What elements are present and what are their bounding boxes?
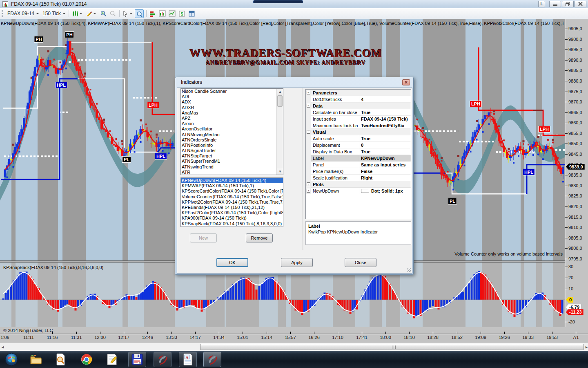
indicator-list-item[interactable]: ADL <box>181 94 283 99</box>
chrome-icon[interactable] <box>78 352 96 367</box>
notepad-icon[interactable] <box>103 352 121 367</box>
indicator-list-item[interactable]: ATNMovingMedian <box>181 132 283 137</box>
collapse-icon[interactable]: − <box>307 130 310 134</box>
property-row[interactable]: Auto scaleTrue <box>306 135 411 142</box>
indicator-list-item[interactable]: APZ <box>181 116 283 121</box>
property-value[interactable]: FDAX 09-14 (150 Tick) <box>359 116 411 122</box>
dialog-close-action-button[interactable]: Close <box>345 258 376 267</box>
property-row[interactable]: DotOffsetTicks4 <box>306 96 411 103</box>
applied-indicator-item[interactable]: KPA900(FDAX 09-14 (150 Tick)) <box>181 215 283 221</box>
indicator-list-item[interactable]: Aroon <box>181 121 283 126</box>
property-value[interactable]: True <box>359 109 411 116</box>
applied-indicator-item[interactable]: KPNewUpDown(FDAX 09-14 (150 Tick),4) <box>181 178 283 183</box>
applied-indicator-item[interactable]: KPSnapBack(FDAX 09-14 (150 Tick),8,16,3,… <box>181 221 283 227</box>
property-category-row[interactable]: −Data <box>306 103 411 109</box>
ninjatrader-active-icon[interactable] <box>203 352 221 367</box>
applied-indicator-item[interactable]: KPPivot2Color(FDAX 09-14 (150 Tick),True… <box>181 200 283 205</box>
scroll-right-arrow[interactable]: ► <box>585 345 588 349</box>
property-row[interactable]: Displacement0 <box>306 142 411 148</box>
property-row[interactable]: Price marker(s)False <box>306 168 411 175</box>
property-category-row[interactable]: −Plots <box>306 181 411 188</box>
chart-window-button[interactable] <box>158 9 167 18</box>
market-analyzer-button[interactable] <box>148 9 157 18</box>
ninjatrader-icon[interactable] <box>154 352 172 367</box>
dialog-splitter[interactable] <box>302 88 303 250</box>
indicator-list-item[interactable]: ATNSuperTrendM1 <box>181 159 283 164</box>
property-row[interactable]: Scale justificationRight <box>306 175 411 181</box>
property-value[interactable]: Dot; Solid; 1px <box>359 188 411 194</box>
minimize-button[interactable] <box>549 1 561 7</box>
indicator-list-item[interactable]: ATNswingTrend <box>181 164 283 170</box>
indicator-list-item[interactable]: ATNOrdersSingle <box>181 137 283 143</box>
property-value[interactable]: Same as input series <box>359 162 411 168</box>
applied-indicator-item[interactable]: KPScoreCardColor(FDAX 09-14 (150 Tick),C… <box>181 188 283 194</box>
cursor-tool-button[interactable] <box>121 9 133 18</box>
expand-icon[interactable]: + <box>307 189 310 193</box>
indicator-list-item[interactable]: ATNStopTarget <box>181 153 283 159</box>
property-row[interactable]: LabelKPNewUpDown <box>306 155 411 162</box>
property-category-row[interactable]: −Parameters <box>306 90 411 96</box>
indicator-list-item[interactable]: ATR <box>181 170 283 175</box>
property-row[interactable]: Display in Data BoxTrue <box>306 148 411 155</box>
scroll-left-arrow[interactable]: ◄ <box>1 345 4 349</box>
wordpad-document-icon[interactable]: A <box>179 352 197 367</box>
dialog-resize-grip[interactable] <box>407 268 411 272</box>
applied-indicator-item[interactable]: KPMWAP(FDAX 09-14 (150 Tick),1) <box>181 183 283 188</box>
drawing-tools-button[interactable] <box>85 9 97 18</box>
list-scrollbar-thumb[interactable] <box>277 95 283 107</box>
scrollbar-thumb[interactable] <box>200 344 584 350</box>
remove-button[interactable]: Remove <box>246 233 273 242</box>
toolbar-grip[interactable] <box>2 10 3 17</box>
scroll-down-arrow[interactable]: ▼ <box>277 168 283 175</box>
scroll-up-arrow[interactable]: ▲ <box>277 89 283 95</box>
collapse-icon[interactable]: − <box>307 91 310 94</box>
interval-dropdown[interactable]: 150 Tick <box>40 10 67 18</box>
indicator-list-item[interactable]: ATNSignalTrader <box>181 148 283 153</box>
dialog-close-button[interactable]: ✕ <box>402 79 410 85</box>
property-value[interactable]: TwoHundredFiftySix <box>359 122 411 129</box>
property-row[interactable]: Maximum bars look baTwoHundredFiftySix <box>306 122 411 129</box>
indicator-list-item[interactable]: ADX <box>181 99 283 105</box>
indicator-list-item[interactable]: AnaMas <box>181 110 283 116</box>
property-row[interactable]: Calculate on bar closeTrue <box>306 109 411 116</box>
property-value[interactable]: KPNewUpDown <box>359 155 411 162</box>
applied-indicators-list[interactable]: KPNewUpDown(FDAX 09-14 (150 Tick),4)KPMW… <box>180 177 283 227</box>
properties-grid[interactable]: −ParametersDotOffsetTicks4−DataCalculate… <box>305 89 411 219</box>
indicator-list-item[interactable]: ATNPostionInfo <box>181 143 283 148</box>
property-value[interactable]: 4 <box>359 96 411 103</box>
property-value[interactable]: False <box>359 168 411 175</box>
property-row[interactable]: Input seriesFDAX 09-14 (150 Tick) <box>306 116 411 122</box>
horizontal-scrollbar[interactable]: ◄ ► <box>0 343 588 351</box>
restore-button[interactable] <box>562 1 574 7</box>
instrument-dropdown[interactable]: FDAX 09-14 <box>5 10 40 18</box>
property-row[interactable]: PanelSame as input series <box>306 162 411 168</box>
property-value[interactable]: Right <box>359 175 411 181</box>
search-document-icon[interactable] <box>51 352 69 367</box>
collapse-icon[interactable]: − <box>307 182 310 186</box>
property-value[interactable]: 0 <box>359 142 411 148</box>
start-button[interactable] <box>2 352 20 367</box>
account-data-button[interactable]: $ <box>178 9 187 18</box>
property-row[interactable]: +NewUpDownDot; Solid; 1px <box>306 188 411 194</box>
property-category-row[interactable]: −Visual <box>306 129 411 135</box>
applied-indicator-item[interactable]: VolumeCounter(FDAX 09-14 (150 Tick),True… <box>181 194 283 200</box>
price-axis[interactable]: 9905,09900,09895,09890,09885,09880,09875… <box>565 19 588 334</box>
apply-button[interactable]: Apply <box>281 258 313 267</box>
link-button[interactable]: L <box>538 1 545 7</box>
available-indicators-list[interactable]: Nison Candle ScannerADLADXADXRAnaMasAPZA… <box>180 88 283 175</box>
applied-indicator-item[interactable]: KPFast2Color(FDAX 09-14 (150 Tick),Color… <box>181 210 283 215</box>
chart-style-button[interactable] <box>71 9 83 18</box>
collapse-icon[interactable]: − <box>307 104 310 108</box>
indicator-list-item[interactable]: Nison Candle Scanner <box>181 89 283 94</box>
grid-window-button[interactable] <box>187 9 196 18</box>
indicator-list-item[interactable]: AroonOscillator <box>181 126 283 132</box>
ok-button[interactable]: OK <box>216 258 248 267</box>
applied-indicator-item[interactable]: KPEBands(FDAX 09-14 (150 Tick),21,12) <box>181 205 283 210</box>
property-value[interactable]: True <box>359 135 411 142</box>
time-axis[interactable]: © 2014 NinjaTrader, LLC 1:0611:1111:1611… <box>0 327 588 343</box>
floppy-save-app-icon[interactable]: 64 <box>128 352 146 367</box>
zoom-in-button[interactable] <box>99 9 108 18</box>
indicator-list-item[interactable]: ADXR <box>181 105 283 110</box>
list-scrollbar[interactable]: ▲ ▼ <box>276 89 283 175</box>
property-value[interactable]: True <box>359 148 411 155</box>
